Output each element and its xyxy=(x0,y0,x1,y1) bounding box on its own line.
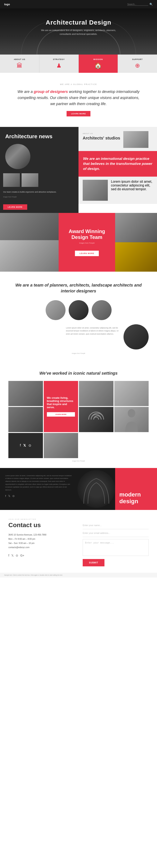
support-cell[interactable]: SUPPORT ⊕ xyxy=(118,55,157,73)
contact-right: SUBMIT xyxy=(83,522,149,566)
logo: logo xyxy=(4,3,10,6)
svg-point-0 xyxy=(128,409,135,417)
news-learn-more-button[interactable]: LEARN MORE xyxy=(3,204,27,210)
navbar: logo 🔍 xyxy=(0,0,157,8)
building-icon: 🏛 xyxy=(2,62,37,69)
email-input[interactable] xyxy=(83,529,149,537)
search-icon[interactable]: 🔍 xyxy=(150,3,153,6)
twitter-icon[interactable]: 𝕏 xyxy=(23,443,26,447)
iconic-red-box: We create living, breathing structures t… xyxy=(44,381,78,432)
news-studios-section: Architecture news Our team creates & bui… xyxy=(0,127,157,213)
contact-fb-icon[interactable]: f xyxy=(8,554,9,557)
contact-form: SUBMIT xyxy=(83,522,149,566)
learn-more-button[interactable]: LEARN MORE xyxy=(67,111,91,117)
global-text: We are a group of designers working toge… xyxy=(17,89,140,107)
studios-quote-box: We are an international design practice … xyxy=(79,151,157,177)
iconic-cell-5 xyxy=(44,433,78,458)
mission-label: MISSION xyxy=(81,58,116,60)
iconic-section: We've worked in iconic natural settings … xyxy=(0,360,157,468)
hero-content: Architectural Design We are an independe… xyxy=(8,19,149,36)
bottom-bar: Sample text. Click to select the text bo… xyxy=(0,572,157,578)
iconic-social-box: f 𝕏 ⊙ xyxy=(8,433,43,458)
contact-gplus-icon[interactable]: G+ xyxy=(20,554,24,557)
modern-mid xyxy=(77,468,115,510)
news-circle-image xyxy=(5,144,30,169)
planner-circle-2 xyxy=(69,300,88,320)
planners-section: We are a team of planners, architects, l… xyxy=(0,272,157,360)
contact-social-icons: f 𝕏 ⊙ G+ xyxy=(8,554,74,557)
about-us-label: ABOUT US xyxy=(2,58,37,60)
strategy-cell[interactable]: STRATEGY ♟ xyxy=(39,55,79,73)
name-input[interactable] xyxy=(83,522,149,529)
contact-row: Contact us 3645 10 Sunrice Avenuse, 123-… xyxy=(8,522,149,566)
social-icons-group: f 𝕏 ⊙ xyxy=(20,443,31,447)
iconic-cell-3 xyxy=(114,381,149,406)
planners-row xyxy=(8,300,149,320)
search-input[interactable] xyxy=(127,3,148,6)
planners-circle-right xyxy=(123,324,149,349)
newsletter-label: JOIN OUR NEWSLETTER xyxy=(8,518,149,520)
studios-quote-text: We are an international design practice … xyxy=(83,156,152,171)
iconic-learn-more[interactable]: LEARN MORE xyxy=(47,412,75,416)
award-right-images xyxy=(115,213,157,272)
instagram-icon[interactable]: ⊙ xyxy=(29,443,31,447)
mission-cell[interactable]: MISSION 🏠 xyxy=(79,55,118,73)
icon-row: ABOUT US 🏛 STRATEGY ♟ MISSION 🏠 SUPPORT … xyxy=(0,55,157,73)
news-left: Architecture news Our team creates & bui… xyxy=(0,127,79,213)
facebook-icon[interactable]: f xyxy=(20,443,21,447)
chess-icon: ♟ xyxy=(41,62,76,69)
contact-section: JOIN OUR NEWSLETTER Contact us 3645 10 S… xyxy=(0,510,157,572)
footer-social-icons: f 𝕏 ⊙ xyxy=(5,494,72,498)
studios-title: Architects' studios xyxy=(83,136,120,141)
footer-ig-icon[interactable]: ⊙ xyxy=(12,494,15,498)
studios-image xyxy=(123,131,148,148)
modern-word1: modern xyxy=(119,491,153,498)
hero-title: Architectural Design xyxy=(8,19,149,26)
award-title: Award Winning Design Team xyxy=(63,228,111,241)
footer-fb-icon[interactable]: f xyxy=(5,494,6,498)
modern-left: Lorem ipsum dolor sit amet, consectetur … xyxy=(0,468,77,510)
studios-bottom: Lorem ipsum dolor sit amet, consectetur … xyxy=(79,177,157,204)
contact-hours2: Sat – Sun: 9:00 am – 10 pm xyxy=(8,541,74,546)
studios-right: ABOUT US Architects' studios We are an i… xyxy=(79,127,157,213)
news-caption: Images from Freepik xyxy=(0,195,79,198)
iconic-cell-spiral xyxy=(79,407,113,432)
about-us-cell[interactable]: ABOUT US 🏛 xyxy=(0,55,39,73)
studios-top: ABOUT US Architects' studios xyxy=(79,127,157,151)
lifebuoy-icon: ⊕ xyxy=(120,62,155,69)
planners-heading: We are a team of planners, architects, l… xyxy=(8,282,149,294)
planner-circle-3 xyxy=(92,300,112,320)
award-image-1 xyxy=(0,213,58,240)
modern-red-box: modern design xyxy=(115,468,157,510)
award-image-3 xyxy=(115,213,157,242)
award-left-images xyxy=(0,213,58,272)
message-input[interactable] xyxy=(83,539,149,556)
award-section: Award Winning Design Team Images from Fr… xyxy=(0,213,157,272)
planner-circle-1 xyxy=(46,300,66,320)
planners-caption: Images from Freepik xyxy=(8,352,149,354)
house-icon: 🏠 xyxy=(81,62,116,69)
submit-button[interactable]: SUBMIT xyxy=(83,559,105,566)
contact-ig-icon[interactable]: ⊙ xyxy=(16,554,18,557)
hero-subtitle: We are an independent firm of designers,… xyxy=(41,29,116,36)
award-learn-more-button[interactable]: LEARN MORE xyxy=(75,251,99,256)
circle-image xyxy=(5,144,30,169)
news-images-row xyxy=(0,171,79,189)
search-container: 🔍 xyxy=(127,3,153,6)
iconic-cell-4 xyxy=(8,407,43,432)
news-text-box: Our team creates & builds ergonomic and … xyxy=(0,189,79,195)
contact-email: contacts@edsnyc.com xyxy=(8,546,74,550)
studios-desc: Lorem ipsum dolor sit amet, consectetur … xyxy=(111,180,153,201)
contact-info: 3645 10 Sunrice Avenuse, 123-456-7890 Mo… xyxy=(8,533,74,550)
section-label: WE ARE A GLOBAL PRACTICE xyxy=(17,83,140,85)
news-image-2 xyxy=(22,173,38,187)
studios-image-2 xyxy=(83,180,108,201)
award-image-2 xyxy=(0,240,58,272)
contact-left: Contact us 3645 10 Sunrice Avenuse, 123-… xyxy=(8,522,74,566)
iconic-heading: We've worked in iconic natural settings xyxy=(8,371,149,376)
planners-content: Lorem ipsum dolor sit amet, consectetur … xyxy=(8,324,149,349)
footer-tw-icon[interactable]: 𝕏 xyxy=(8,494,10,498)
contact-tw-icon[interactable]: 𝕏 xyxy=(11,554,13,557)
contact-title: Contact us xyxy=(8,522,74,529)
iconic-red-title: We create living, breathing structures t… xyxy=(47,396,75,409)
